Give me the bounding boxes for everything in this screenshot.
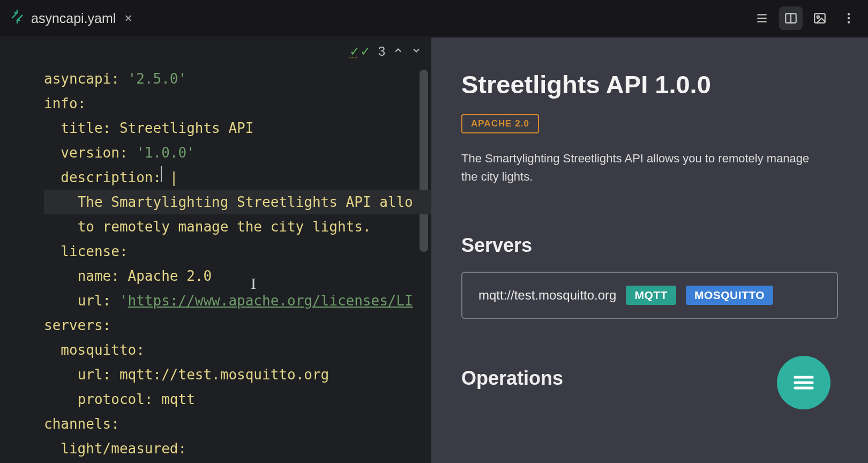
server-entry[interactable]: mqtt://test.mosquitto.org MQTT MOSQUITTO <box>461 272 838 319</box>
text-cursor <box>161 166 162 182</box>
menu-icon[interactable] <box>750 6 774 30</box>
protocol-chip-mqtt: MQTT <box>626 286 676 305</box>
server-name-chip: MOSQUITTO <box>686 286 773 305</box>
editor-gutter <box>0 38 44 463</box>
image-icon[interactable] <box>808 6 832 30</box>
more-icon[interactable] <box>837 6 860 30</box>
license-badge[interactable]: APACHE 2.0 <box>461 114 539 133</box>
file-tab[interactable]: asyncapi.yaml × <box>10 0 144 36</box>
tab-bar: asyncapi.yaml × <box>0 0 868 38</box>
preview-description: The Smartylighting Streetlights API allo… <box>461 150 815 186</box>
tab-filename: asyncapi.yaml <box>31 11 116 26</box>
svg-point-8 <box>848 17 850 19</box>
code-content[interactable]: asyncapi: '2.5.0' info: title: Streetlig… <box>44 38 431 463</box>
mouse-cursor: I <box>251 274 256 293</box>
asyncapi-file-icon <box>10 9 25 27</box>
svg-point-9 <box>848 21 850 23</box>
server-url: mqtt://test.mosquitto.org <box>478 288 616 303</box>
editor-pane[interactable]: ✓✓〰 3 asyncapi: '2.5.0' info: title: Str… <box>0 38 431 463</box>
split-view-icon[interactable] <box>779 6 803 30</box>
servers-heading: Servers <box>461 234 838 257</box>
preview-pane: Streetlights API 1.0.0 APACHE 2.0 The Sm… <box>431 38 868 463</box>
svg-point-6 <box>817 16 819 18</box>
preview-title: Streetlights API 1.0.0 <box>461 70 838 99</box>
svg-rect-5 <box>814 13 825 23</box>
close-tab-button[interactable]: × <box>122 9 134 28</box>
svg-point-7 <box>848 13 850 15</box>
floating-menu-button[interactable] <box>777 356 830 409</box>
